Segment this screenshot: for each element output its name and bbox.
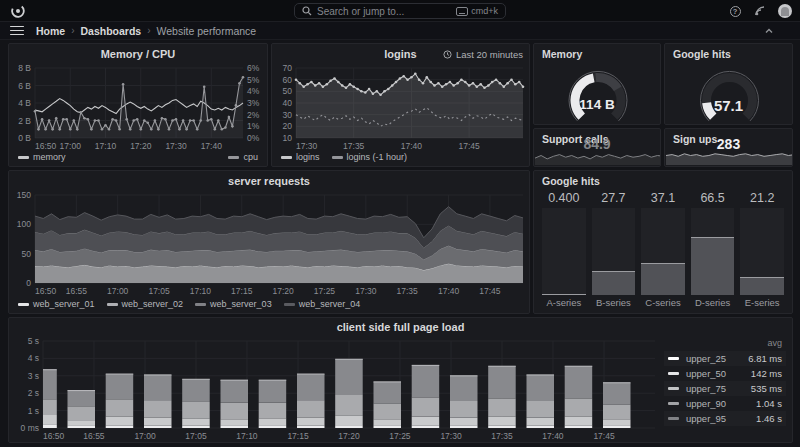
breadcrumb-dashboards[interactable]: Dashboards (81, 25, 142, 37)
svg-text:17:20: 17:20 (338, 431, 360, 441)
menu-icon[interactable] (10, 26, 24, 36)
panel-support-calls: Support calls 84.9 (533, 128, 661, 167)
legend-swatch (228, 156, 239, 159)
svg-text:0 B: 0 B (18, 133, 31, 143)
legend-table-row[interactable]: upper_75535 ms (664, 381, 786, 396)
svg-text:0 ms: 0 ms (21, 423, 39, 433)
legend-label: web_server_04 (299, 299, 361, 309)
server-requests-chart[interactable]: 05010015016:5016:5517:0017:0517:1017:151… (9, 191, 530, 297)
chevron-up-icon[interactable] (764, 26, 774, 36)
memory-cpu-chart[interactable]: 0 B2 B4 B6 B8 B0%1%2%3%4%5%6%16:5017:001… (9, 64, 268, 152)
breadcrumb: Home › Dashboards › Website performance (36, 25, 256, 37)
svg-text:17:40: 17:40 (438, 286, 460, 296)
panel-google-hits-gauge: Google hits 57.1 (664, 43, 793, 125)
search-input[interactable] (317, 6, 451, 17)
breadcrumb-home[interactable]: Home (36, 25, 65, 37)
page-load-chart[interactable]: 0 ms1 s2 s3 s4 s5 s16:5016:5517:0017:051… (9, 335, 661, 442)
svg-text:16:50: 16:50 (35, 286, 57, 296)
topbar-actions: ? (728, 0, 792, 22)
panel-title[interactable]: Google hits (673, 48, 731, 60)
legend-item[interactable]: web_server_01 (18, 299, 95, 309)
keyboard-shortcut: cmd+k (456, 6, 498, 16)
svg-text:17:40: 17:40 (542, 431, 564, 441)
bar-gauge-grid[interactable]: 0.400A-series27.7B-series37.1C-series66.… (542, 191, 784, 308)
legend-item[interactable]: web_server_04 (284, 299, 361, 309)
legend-swatch (668, 417, 679, 420)
legend-item[interactable]: cpu (228, 152, 258, 162)
bar-gauge-value: 66.5 (691, 191, 735, 208)
gauge-value: 57.1 (665, 97, 792, 114)
svg-text:1 s: 1 s (28, 406, 39, 416)
svg-text:1%: 1% (247, 121, 260, 131)
memory-gauge[interactable] (534, 62, 661, 122)
panel-title[interactable]: client side full page load (9, 321, 792, 333)
legend-table-row[interactable]: upper_951.46 s (664, 411, 786, 426)
bar-gauge-label: B-series (592, 295, 636, 308)
bar-gauge-fill (691, 237, 735, 295)
bar-gauge-label: A-series (542, 295, 586, 308)
search-icon (302, 6, 312, 16)
legend-swatch (668, 387, 679, 390)
stat-value: 283 (665, 136, 792, 152)
legend-swatch (668, 402, 679, 405)
news-icon[interactable] (753, 4, 767, 18)
legend-item[interactable]: web_server_02 (107, 299, 184, 309)
svg-text:17:30: 17:30 (355, 286, 377, 296)
grafana-logo[interactable] (10, 3, 26, 19)
legend-item[interactable]: logins (-1 hour) (332, 152, 408, 162)
bar-gauge-column[interactable]: 21.2E-series (740, 191, 784, 308)
panel-title[interactable]: server requests (9, 175, 529, 187)
bar-gauge-fill (542, 294, 586, 295)
logins-chart[interactable]: 1020304050607017:3017:3517:4017:45 (272, 64, 530, 152)
search-bar[interactable]: cmd+k (294, 3, 506, 19)
svg-text:17:45: 17:45 (593, 431, 615, 441)
bar-gauge-fill (740, 277, 784, 295)
svg-text:5 s: 5 s (28, 336, 39, 346)
panel-title[interactable]: Memory / CPU (9, 48, 267, 60)
legend-item[interactable]: web_server_03 (195, 299, 272, 309)
legend-table-row[interactable]: upper_256.81 ms (664, 351, 786, 366)
svg-text:40: 40 (283, 98, 293, 108)
svg-text:0%: 0% (247, 133, 260, 143)
legend-swatch (107, 303, 118, 306)
svg-text:17:20: 17:20 (273, 286, 295, 296)
bar-gauge-label: E-series (740, 295, 784, 308)
svg-text:3 s: 3 s (28, 371, 39, 381)
bar-gauge-value: 37.1 (641, 191, 685, 208)
bar-gauge-track (740, 208, 784, 295)
svg-text:5%: 5% (247, 75, 260, 85)
legend-table-row[interactable]: upper_50142 ms (664, 366, 786, 381)
panel-sign-ups: Sign ups 283 (664, 128, 793, 167)
panel-logins: logins Last 20 minutes 1020304050607017:… (271, 43, 530, 167)
svg-text:17:25: 17:25 (389, 431, 411, 441)
user-avatar[interactable] (778, 4, 792, 18)
stat-value: 84.9 (534, 136, 660, 152)
svg-text:2 s: 2 s (28, 388, 39, 398)
breadcrumb-current-page: Website performance (157, 25, 257, 37)
bar-gauge-label: C-series (641, 295, 685, 308)
panel-title[interactable]: Memory (542, 48, 582, 60)
bar-gauge-fill (641, 263, 685, 295)
time-range-indicator[interactable]: Last 20 minutes (443, 49, 523, 60)
svg-text:8 B: 8 B (18, 64, 31, 73)
legend-item[interactable]: memory (18, 152, 66, 162)
svg-text:4 s: 4 s (28, 353, 39, 363)
help-icon[interactable]: ? (728, 4, 742, 18)
legend-table-row[interactable]: upper_901.04 s (664, 396, 786, 411)
bar-gauge-column[interactable]: 66.5D-series (691, 191, 735, 308)
legend-swatch (332, 156, 343, 159)
bar-gauge-track (691, 208, 735, 295)
bar-gauge-column[interactable]: 37.1C-series (641, 191, 685, 308)
legend-avg-value: 1.46 s (756, 413, 782, 424)
panel-title[interactable]: Google hits (542, 175, 600, 187)
bar-gauge-column[interactable]: 0.400A-series (542, 191, 586, 308)
legend-swatch (668, 357, 679, 360)
bar-gauge-track (641, 208, 685, 295)
svg-text:17:35: 17:35 (491, 431, 513, 441)
legend-item[interactable]: logins (281, 152, 320, 162)
legend-label: web_server_01 (33, 299, 95, 309)
bar-gauge-label: D-series (691, 295, 735, 308)
panel-google-hits-bars: Google hits 0.400A-series27.7B-series37.… (533, 170, 793, 314)
bar-gauge-column[interactable]: 27.7B-series (592, 191, 636, 308)
legend-label: logins (296, 152, 320, 162)
